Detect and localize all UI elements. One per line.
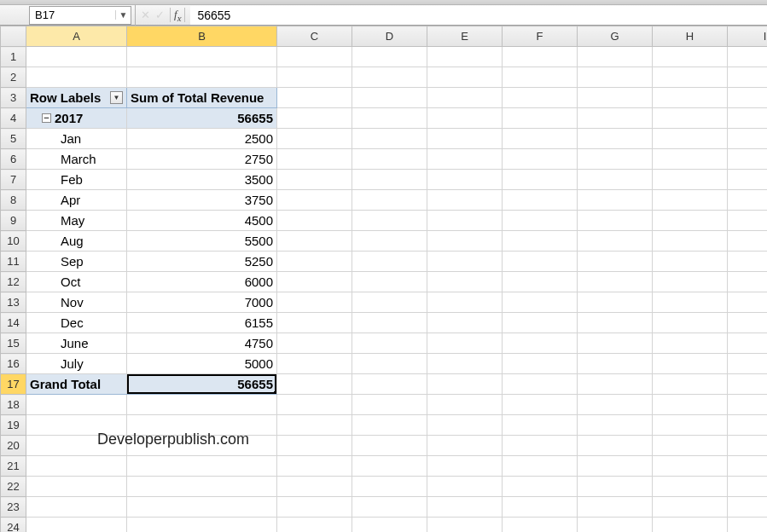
cell[interactable] [578, 313, 653, 333]
cell[interactable]: 3750 [127, 190, 277, 211]
cell[interactable] [503, 272, 578, 292]
cell[interactable] [427, 313, 503, 333]
cell[interactable] [127, 395, 277, 415]
cell[interactable] [427, 190, 503, 211]
cell[interactable] [578, 47, 653, 67]
cell[interactable] [503, 292, 578, 313]
cell[interactable] [352, 518, 427, 533]
cell[interactable] [503, 231, 578, 252]
col-header-E[interactable]: E [427, 26, 503, 47]
cell[interactable] [728, 67, 768, 88]
cell[interactable] [728, 477, 768, 497]
cell[interactable] [503, 313, 578, 333]
cell[interactable] [578, 374, 653, 395]
cell[interactable] [127, 67, 277, 88]
cell[interactable] [277, 292, 352, 313]
cell[interactable] [578, 354, 653, 374]
cell[interactable] [578, 67, 653, 88]
cell[interactable] [352, 190, 427, 211]
cell[interactable] [352, 292, 427, 313]
cell[interactable] [653, 129, 728, 149]
name-box[interactable]: B17 ▼ [29, 6, 131, 25]
cell[interactable]: Sep [26, 252, 127, 272]
cell[interactable]: Apr [26, 190, 127, 211]
cell[interactable] [653, 497, 728, 518]
cell[interactable] [653, 333, 728, 354]
cell[interactable] [352, 333, 427, 354]
name-box-dropdown[interactable]: ▼ [115, 10, 131, 20]
cell[interactable] [352, 252, 427, 272]
cell[interactable] [653, 395, 728, 415]
cell[interactable] [503, 374, 578, 395]
cell[interactable] [728, 88, 768, 108]
cell[interactable] [653, 518, 728, 533]
cell[interactable] [427, 149, 503, 170]
cell[interactable] [427, 170, 503, 190]
cell[interactable] [427, 47, 503, 67]
cell[interactable] [277, 252, 352, 272]
col-header-G[interactable]: G [578, 26, 653, 47]
cell[interactable] [653, 88, 728, 108]
cell[interactable] [277, 395, 352, 415]
cell[interactable] [352, 149, 427, 170]
row-header-17[interactable]: 17 [1, 374, 26, 395]
cell[interactable]: 7000 [127, 292, 277, 313]
cell[interactable] [427, 67, 503, 88]
cell[interactable] [653, 252, 728, 272]
row-header-4[interactable]: 4 [1, 108, 26, 129]
cell[interactable] [653, 108, 728, 129]
cell[interactable] [578, 190, 653, 211]
cell[interactable] [578, 292, 653, 313]
cell[interactable] [578, 231, 653, 252]
cell[interactable] [427, 211, 503, 231]
col-header-C[interactable]: C [277, 26, 352, 47]
cell[interactable] [503, 149, 578, 170]
col-header-F[interactable]: F [503, 26, 578, 47]
cell[interactable] [728, 231, 768, 252]
cell[interactable]: 2500 [127, 129, 277, 149]
cell[interactable] [352, 88, 427, 108]
cell[interactable]: Grand Total [26, 374, 127, 395]
cell[interactable]: 5000 [127, 354, 277, 374]
row-header-12[interactable]: 12 [1, 272, 26, 292]
cell[interactable] [503, 456, 578, 477]
cell[interactable] [578, 456, 653, 477]
cell[interactable] [352, 108, 427, 129]
cell[interactable] [352, 436, 427, 456]
cell[interactable] [127, 415, 277, 436]
cell[interactable] [728, 108, 768, 129]
cell[interactable] [728, 415, 768, 436]
cell[interactable] [277, 354, 352, 374]
row-header-14[interactable]: 14 [1, 313, 26, 333]
row-header-10[interactable]: 10 [1, 231, 26, 252]
cell[interactable] [427, 415, 503, 436]
cell[interactable] [277, 190, 352, 211]
row-header-18[interactable]: 18 [1, 395, 26, 415]
cell[interactable] [728, 170, 768, 190]
cell[interactable] [352, 272, 427, 292]
cell[interactable] [728, 354, 768, 374]
cell[interactable] [352, 67, 427, 88]
cell[interactable]: March [26, 149, 127, 170]
cell[interactable] [653, 272, 728, 292]
cell[interactable] [26, 415, 127, 436]
row-header-11[interactable]: 11 [1, 252, 26, 272]
cell[interactable] [277, 88, 352, 108]
cell[interactable] [26, 456, 127, 477]
cell[interactable] [578, 170, 653, 190]
cell[interactable] [503, 497, 578, 518]
confirm-icon[interactable]: ✓ [155, 9, 165, 21]
cell[interactable]: June [26, 333, 127, 354]
cell[interactable] [503, 436, 578, 456]
cell[interactable] [277, 415, 352, 436]
cell[interactable] [277, 211, 352, 231]
cell[interactable] [277, 47, 352, 67]
cell[interactable] [578, 477, 653, 497]
cell[interactable] [728, 129, 768, 149]
cell[interactable] [26, 497, 127, 518]
row-header-9[interactable]: 9 [1, 211, 26, 231]
row-header-15[interactable]: 15 [1, 333, 26, 354]
cell[interactable] [653, 211, 728, 231]
cell[interactable]: Oct [26, 272, 127, 292]
cell[interactable] [503, 333, 578, 354]
